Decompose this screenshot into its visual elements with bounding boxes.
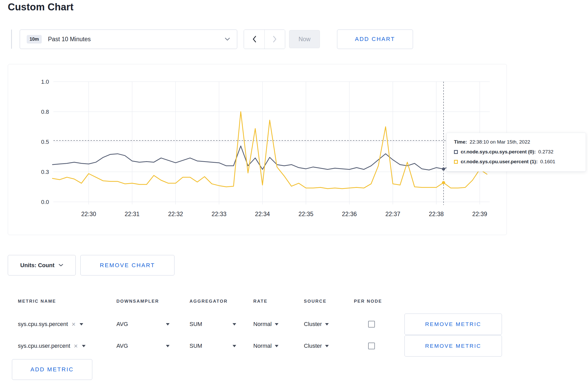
metric-name-select[interactable]: sys.cpu.sys.percent × <box>18 321 116 328</box>
chevron-down-icon <box>59 264 63 267</box>
tooltip-series-row: cr.node.sys.cpu.sys.percent (0): 0.2732 <box>454 149 578 155</box>
svg-text:0.5: 0.5 <box>41 139 49 145</box>
col-header-per-node: PER NODE <box>354 299 404 304</box>
chevron-down-icon <box>225 37 230 41</box>
units-label: Units: Count <box>20 262 54 269</box>
next-time-button[interactable] <box>264 30 285 49</box>
tooltip-series-row: cr.node.sys.cpu.user.percent (1): 0.1601 <box>454 159 578 165</box>
metric-name-value: sys.cpu.user.percent <box>18 343 70 349</box>
svg-text:1.0: 1.0 <box>41 79 49 85</box>
chevron-right-icon <box>273 36 277 43</box>
metrics-table: METRIC NAME DOWNSAMPLER AGGREGATOR RATE … <box>8 289 507 357</box>
custom-chart-page: Custom Chart 10m Past 10 Minutes Now <box>0 0 588 383</box>
aggregator-value: SUM <box>190 321 202 328</box>
tooltip-time-label: Time: <box>454 139 467 145</box>
caret-down-icon <box>166 345 170 347</box>
caret-down-icon <box>82 345 86 347</box>
col-header-metric-name: METRIC NAME <box>18 299 116 304</box>
svg-text:22:32: 22:32 <box>168 211 183 217</box>
caret-down-icon <box>325 345 329 347</box>
tooltip-series-value: 0.1601 <box>540 159 555 165</box>
svg-text:22:37: 22:37 <box>385 211 400 217</box>
remove-metric-button[interactable]: REMOVE METRIC <box>404 314 502 335</box>
time-range-dropdown[interactable]: 10m Past 10 Minutes <box>20 30 237 49</box>
page-title: Custom Chart <box>8 2 74 13</box>
caret-down-icon <box>233 345 236 347</box>
source-select[interactable]: Cluster <box>304 343 329 349</box>
remove-metric-button[interactable]: REMOVE METRIC <box>404 335 502 357</box>
aggregator-select[interactable]: SUM <box>190 321 236 328</box>
caret-down-icon <box>233 323 236 325</box>
svg-text:22:38: 22:38 <box>429 211 444 217</box>
chart-tooltip: Time: 22:38:10 on Mar 15th, 2022 cr.node… <box>446 133 586 172</box>
time-range-badge: 10m <box>27 35 42 44</box>
caret-down-icon <box>80 323 83 325</box>
chevron-left-icon <box>252 36 256 43</box>
toolbar: 10m Past 10 Minutes Now ADD CHART <box>11 29 413 49</box>
aggregator-value: SUM <box>190 343 202 349</box>
svg-text:22:30: 22:30 <box>81 211 96 217</box>
svg-text:22:36: 22:36 <box>342 211 357 217</box>
tooltip-time-row: Time: 22:38:10 on Mar 15th, 2022 <box>454 139 578 145</box>
col-header-rate: RATE <box>253 299 304 304</box>
series-user-swatch-icon <box>454 160 458 164</box>
rate-select[interactable]: Normal <box>253 321 278 328</box>
clear-metric-icon[interactable]: × <box>74 343 78 349</box>
tooltip-series-label: cr.node.sys.cpu.sys.percent (0): <box>461 149 536 155</box>
per-node-checkbox[interactable] <box>368 321 375 328</box>
units-dropdown[interactable]: Units: Count <box>8 255 76 275</box>
downsampler-select[interactable]: AVG <box>116 343 170 349</box>
svg-text:22:31: 22:31 <box>125 211 140 217</box>
svg-text:22:34: 22:34 <box>255 211 270 217</box>
chart-panel[interactable]: 1.00.80.50.30.022:3022:3122:3222:3322:34… <box>8 64 507 235</box>
downsampler-value: AVG <box>116 321 128 328</box>
tooltip-series-value: 0.2732 <box>538 149 553 155</box>
prev-time-button[interactable] <box>244 30 264 49</box>
source-value: Cluster <box>304 343 322 349</box>
svg-text:0.8: 0.8 <box>41 109 49 115</box>
caret-down-icon <box>325 323 329 325</box>
tooltip-time-value: 22:38:10 on Mar 15th, 2022 <box>470 139 530 145</box>
caret-down-icon <box>275 345 278 347</box>
svg-text:22:33: 22:33 <box>212 211 227 217</box>
col-header-aggregator: AGGREGATOR <box>190 299 253 304</box>
col-header-downsampler: DOWNSAMPLER <box>116 299 190 304</box>
caret-down-icon <box>275 323 278 325</box>
add-chart-button[interactable]: ADD CHART <box>337 30 413 49</box>
source-value: Cluster <box>304 321 322 328</box>
per-node-checkbox[interactable] <box>368 343 375 349</box>
aggregator-select[interactable]: SUM <box>190 343 236 349</box>
toolbar-divider <box>11 30 12 49</box>
add-metric-button[interactable]: ADD METRIC <box>12 359 92 380</box>
time-pager <box>244 30 285 49</box>
time-range-label: Past 10 Minutes <box>48 36 225 43</box>
clear-metric-icon[interactable]: × <box>72 321 75 328</box>
chart-svg: 1.00.80.50.30.022:3022:3122:3222:3322:34… <box>8 64 507 235</box>
svg-text:22:35: 22:35 <box>298 211 313 217</box>
metric-name-value: sys.cpu.sys.percent <box>18 321 68 328</box>
metric-name-select[interactable]: sys.cpu.user.percent × <box>18 343 116 349</box>
table-row: sys.cpu.user.percent × AVG SUM Normal Cl… <box>8 335 507 357</box>
table-header-row: METRIC NAME DOWNSAMPLER AGGREGATOR RATE … <box>8 289 507 313</box>
chart-controls-row: Units: Count REMOVE CHART <box>8 255 174 275</box>
now-button[interactable]: Now <box>289 30 320 48</box>
table-row: sys.cpu.sys.percent × AVG SUM Normal Clu… <box>8 313 507 335</box>
rate-value: Normal <box>253 343 272 349</box>
rate-select[interactable]: Normal <box>253 343 278 349</box>
col-header-source: SOURCE <box>304 299 354 304</box>
svg-text:0.3: 0.3 <box>41 169 49 175</box>
tooltip-series-label: cr.node.sys.cpu.user.percent (1): <box>461 159 538 165</box>
downsampler-value: AVG <box>116 343 128 349</box>
rate-value: Normal <box>253 321 272 328</box>
downsampler-select[interactable]: AVG <box>116 321 170 328</box>
source-select[interactable]: Cluster <box>304 321 329 328</box>
svg-text:0.0: 0.0 <box>41 199 49 205</box>
series-sys-swatch-icon <box>454 150 458 154</box>
caret-down-icon <box>166 323 170 325</box>
svg-text:22:39: 22:39 <box>472 211 487 217</box>
remove-chart-button[interactable]: REMOVE CHART <box>80 255 174 275</box>
